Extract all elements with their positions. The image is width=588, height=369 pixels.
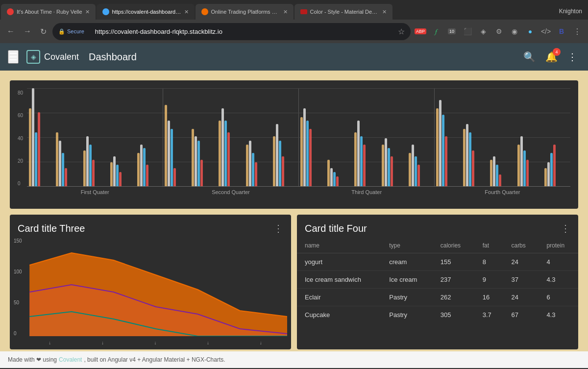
- tab-1[interactable]: It's About Time · Ruby Velle ✕: [1, 4, 96, 20]
- tab-4-label: Color - Style - Material Design: [310, 9, 379, 15]
- ext6-icon[interactable]: B: [555, 25, 568, 38]
- tab-1-favicon: [7, 8, 14, 15]
- bar-group-3-2: [327, 160, 351, 186]
- footer-link[interactable]: Covalent: [59, 356, 82, 363]
- bar-3-5-4: [417, 165, 420, 186]
- bar-3-5-3: [415, 156, 417, 186]
- cell-protein: 4: [539, 253, 578, 271]
- tab-2[interactable]: https://covalent-dashboard-rl... ✕: [97, 4, 195, 20]
- bar-1-5-2: [140, 145, 143, 186]
- ext4-icon[interactable]: ◉: [508, 25, 521, 38]
- bar-2-2-2: [195, 136, 197, 186]
- cell-calories: 237: [433, 271, 475, 289]
- address-input[interactable]: [88, 25, 394, 38]
- bar-group-4-4: [517, 136, 541, 186]
- cell-fat: 8: [475, 253, 504, 271]
- tab-4-close[interactable]: ✕: [382, 9, 387, 15]
- secure-label: Secure: [67, 28, 84, 34]
- bar-1-2-2: [59, 141, 61, 186]
- bar-4-3-2: [493, 156, 495, 186]
- tab-3[interactable]: Online Trading Platforms & To... ✕: [196, 4, 294, 20]
- bar-3-2-1: [327, 160, 330, 186]
- menu-button[interactable]: ☰: [8, 50, 19, 64]
- tab-3-close[interactable]: ✕: [283, 9, 288, 15]
- chrome-icon[interactable]: ●: [523, 25, 537, 38]
- tab-2-favicon: [102, 8, 109, 15]
- tab-4[interactable]: Color - Style - Material Design ✕: [294, 4, 392, 20]
- bar-1-4-4: [119, 172, 122, 186]
- q4-label: Fourth Quarter: [435, 189, 570, 195]
- bar-4-1-4: [445, 136, 447, 186]
- feedly-icon[interactable]: 𝑓: [429, 25, 443, 38]
- bar-4-5-3: [550, 153, 553, 186]
- reload-button[interactable]: ↻: [37, 25, 49, 38]
- bar-2-5-3: [279, 141, 281, 186]
- toolbar-icons: ABP 𝑓 10 ⬛ ◈ ⚙ ◉ ● </> B ⋮: [414, 25, 584, 38]
- cell-name: Eclair: [297, 289, 381, 306]
- ext3-icon[interactable]: ⚙: [492, 25, 506, 38]
- cell-carbs: 37: [503, 271, 539, 289]
- bar-4-1-2: [439, 100, 441, 186]
- bar-3-4-2: [385, 138, 387, 186]
- quarter-separator-3: [434, 88, 435, 186]
- bar-3-2-2: [330, 168, 333, 186]
- bar-group-2-1: [165, 105, 189, 186]
- logo-icon: ◈: [26, 50, 40, 64]
- col-name: name: [297, 238, 381, 253]
- abp-icon[interactable]: ABP: [414, 25, 427, 38]
- bar-4-5-2: [547, 162, 550, 186]
- secure-badge: 🔒 Secure: [58, 28, 84, 35]
- cell-protein: 4.3: [539, 306, 578, 324]
- tab-bar: It's About Time · Ruby Velle ✕ https://c…: [0, 0, 588, 20]
- bar-group-3-4: [382, 138, 406, 186]
- tab-1-close[interactable]: ✕: [85, 9, 90, 15]
- bar-3-1-1: [300, 117, 303, 186]
- more-vert-button[interactable]: ⋮: [564, 48, 580, 66]
- bar-3-3-4: [363, 145, 366, 186]
- bar-4-2-3: [469, 132, 471, 186]
- tab-3-favicon: [201, 8, 208, 15]
- ext1-icon[interactable]: ⬛: [461, 25, 474, 38]
- y-label-80: 80: [18, 90, 23, 96]
- bookmark-icon[interactable]: ☆: [398, 27, 405, 36]
- table-body: yogurtcream1558244Ice cream sandwichIce …: [297, 253, 578, 324]
- card-three-header: Card title Three ⋮: [10, 215, 291, 238]
- col-calories: calories: [433, 238, 475, 253]
- cell-fat: 9: [475, 271, 504, 289]
- card-four: Card title Four ⋮ name type calories fat…: [297, 215, 578, 349]
- back-button[interactable]: ←: [4, 25, 18, 38]
- card-four-header: Card title Four ⋮: [297, 215, 578, 238]
- table-row: Ice cream sandwichIce cream2379374.3: [297, 271, 578, 289]
- app-title: Dashboard: [89, 51, 137, 63]
- bar-3-4-1: [382, 145, 384, 186]
- bar-4-2-2: [466, 124, 468, 186]
- quarter-1: [29, 88, 161, 186]
- bar-3-1-2: [303, 108, 306, 186]
- main-content: 0 20 40 60 80 First: [0, 71, 588, 351]
- bar-1-1-3: [35, 132, 37, 186]
- bar-group-2-4: [246, 141, 270, 186]
- area-y-100: 100: [14, 269, 22, 274]
- ext5-icon[interactable]: </>: [539, 25, 553, 38]
- bar-2-1-2: [168, 121, 170, 186]
- bar-1-3-1: [83, 150, 86, 186]
- badge-10-icon[interactable]: 10: [445, 25, 459, 38]
- more-button[interactable]: ⋮: [570, 25, 584, 38]
- bar-3-5-1: [409, 153, 411, 186]
- bar-4-5-4: [553, 145, 556, 186]
- bar-group-3-5: [409, 145, 433, 186]
- search-button[interactable]: 🔍: [520, 48, 539, 66]
- y-label-20: 20: [18, 158, 23, 164]
- table-header-row: name type calories fat carbs protein: [297, 238, 578, 253]
- app-name: Covalent: [44, 52, 79, 62]
- x-labels: First Quater Second Quarter Third Quater…: [27, 189, 570, 195]
- bar-4-3-3: [496, 165, 498, 186]
- bar-group-3-3: [354, 121, 378, 186]
- card-three-menu[interactable]: ⋮: [273, 222, 283, 234]
- tab-2-close[interactable]: ✕: [184, 9, 189, 15]
- cell-calories: 155: [433, 253, 475, 271]
- ext2-icon[interactable]: ◈: [476, 25, 490, 38]
- forward-button[interactable]: →: [21, 25, 34, 38]
- card-four-menu[interactable]: ⋮: [561, 222, 570, 234]
- footer-text-prefix: Made with ❤ using: [8, 356, 57, 363]
